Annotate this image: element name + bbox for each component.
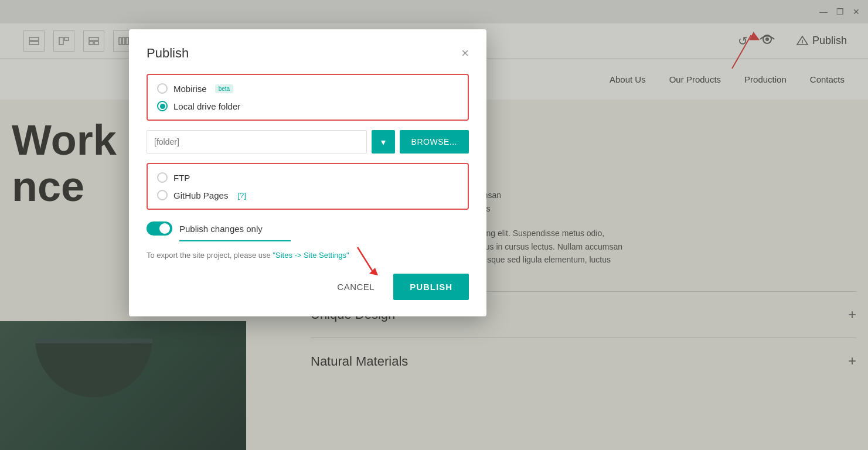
github-pages-option[interactable]: GitHub Pages [?]	[157, 190, 458, 200]
publish-target-group-2: FTP GitHub Pages [?]	[147, 163, 469, 210]
folder-dropdown-button[interactable]: ▾	[372, 130, 395, 154]
github-help-icon[interactable]: [?]	[237, 191, 246, 200]
publish-target-group-1: Mobirise beta Local drive folder	[147, 74, 469, 121]
local-drive-radio[interactable]	[157, 101, 168, 111]
dialog-title: Publish	[147, 46, 189, 61]
toggle-knob	[159, 223, 170, 234]
publish-arrow-annotation	[340, 241, 387, 282]
export-link[interactable]: "Sites -> Site Settings"	[273, 251, 349, 260]
publish-changes-toggle[interactable]	[147, 221, 172, 236]
github-radio[interactable]	[157, 190, 168, 200]
export-note: To export the site project, please use "…	[147, 251, 469, 260]
github-label: GitHub Pages	[173, 190, 228, 200]
mobirise-option[interactable]: Mobirise beta	[157, 83, 458, 94]
publish-changes-label: Publish changes only	[179, 224, 263, 234]
chevron-down-icon: ▾	[381, 137, 386, 148]
publish-action-button[interactable]: PUBLISH	[393, 274, 469, 300]
mobirise-radio[interactable]	[157, 83, 168, 94]
publish-dialog: Publish × Mobirise beta Local drive fold…	[129, 29, 486, 316]
ftp-radio[interactable]	[157, 172, 168, 183]
dialog-header: Publish ×	[147, 46, 469, 61]
local-drive-option[interactable]: Local drive folder	[157, 101, 458, 111]
browse-button[interactable]: BROWSE...	[400, 130, 469, 154]
beta-badge: beta	[215, 84, 233, 93]
publish-changes-toggle-row: Publish changes only	[147, 221, 469, 236]
local-drive-label: Local drive folder	[173, 101, 240, 111]
dialog-footer: CANCEL PUBLISH	[147, 274, 469, 300]
toggle-underline	[179, 240, 291, 241]
dialog-close-button[interactable]: ×	[461, 47, 469, 60]
mobirise-label: Mobirise	[173, 84, 207, 94]
folder-row: ▾ BROWSE...	[147, 130, 469, 154]
ftp-option[interactable]: FTP	[157, 172, 458, 183]
folder-input[interactable]	[147, 130, 367, 154]
ftp-label: FTP	[173, 173, 190, 183]
